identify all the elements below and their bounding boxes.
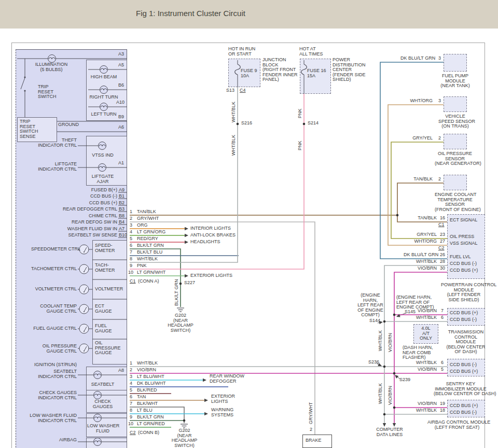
row-fused-b: FUSED B(+) <box>52 188 117 193</box>
pcm-pin28: 28 <box>440 259 445 264</box>
cb-8c: LT BLU <box>137 408 153 413</box>
ca-5: 5 <box>130 236 132 242</box>
pcm-pin16: 16 <box>440 216 445 221</box>
tcm-label: TRANSMISSION CONTROL MODULE (BELOW CENTE… <box>445 330 487 355</box>
pin-a6: A6 <box>118 125 124 130</box>
illumination-label: ILLUMINATION (5 BULBS) <box>31 62 72 72</box>
liftgate-ctrl-label: LIFTGATE INDICATOR CTRL <box>31 162 77 172</box>
ca-6: 6 <box>130 243 132 248</box>
ect-gauge-label: ECT GAUGE <box>95 304 112 314</box>
pcm-c1: C1 <box>438 222 445 228</box>
pcm-pin23: 23 <box>440 232 445 237</box>
s144-label: S144 <box>369 318 380 324</box>
check-ctrl-label: CHECK GAUGES INDICATOR CTRL <box>31 390 77 400</box>
whtblk-v1: WHT/BLK <box>231 102 237 122</box>
pcm-pin26: 26 <box>440 253 445 258</box>
pin-b9: B9 <box>118 115 124 120</box>
ca-8: 8 <box>130 257 132 262</box>
ink-line <box>21 78 25 89</box>
ca-2c: GRY/WHT <box>137 216 159 221</box>
tcm-pin6-color: WHT/BLK <box>405 315 437 320</box>
skim-label: SENTRY KEY IMMOBILIZER MODULE (BELOW CEN… <box>434 382 488 397</box>
acm-label: AIRBAG CONTROL MODULE (LEFT FRONT SEAT) <box>427 420 487 430</box>
ca-7: 7 <box>130 250 132 255</box>
fuse-icon <box>235 64 241 75</box>
splice-dot <box>393 407 396 409</box>
splice-dot <box>383 366 386 368</box>
fuse16-label: FUSE 16 15A <box>307 68 326 78</box>
gauge-icon <box>79 245 89 254</box>
pcm-ccd-plus: CCD BUS (+) <box>450 268 478 273</box>
computer-data-lines-label: COMPUTER DATA LINES <box>372 427 407 437</box>
c2-label: C2 <box>130 430 136 436</box>
c4-label: C4 <box>240 88 246 93</box>
g202a-label: G202 (NEAR HEADLAMP SWITCH) <box>161 313 200 333</box>
s216-label: S216 <box>241 121 252 126</box>
hot-all-label: HOT AT ALL TIMES <box>299 47 323 57</box>
skim-pin6: 6 <box>441 360 444 366</box>
pcm-ect-signal: ECT SIGNAL <box>450 218 477 223</box>
washer-ctrl-label: LOW WASHER FLUID INDICATOR CTRL <box>29 413 77 423</box>
wire-tanblk <box>130 215 447 222</box>
pin-a3: A3 <box>118 52 124 57</box>
cb-6c: TAN <box>137 395 146 400</box>
pcm-pin23-color: GRY/YEL <box>405 232 437 237</box>
cb-3c: LT BLU/WHT <box>137 374 164 380</box>
ca-10c: LT GRN/WHT <box>137 270 165 275</box>
fuel-pump-label: FUEL PUMP MODULE (NEAR TANK) <box>438 74 472 89</box>
arrowhead-icon <box>204 412 208 415</box>
dash-harn-label: (DASH HARN, NEAR COMB FLASHER) <box>403 345 433 360</box>
c1-label: C1 <box>130 279 136 284</box>
volt-ctrl-label: VOLTMETER CTRL <box>31 287 77 292</box>
wire-whtblk <box>384 265 447 423</box>
c2-name: (CONN B) <box>138 430 159 436</box>
at-only-label: 4.0L A/T ONLY <box>413 326 438 341</box>
pdc-label: POWER DISTRIBUTION CENTER (FENDER SIDE S… <box>333 58 366 82</box>
s214-label: S214 <box>308 121 319 126</box>
oil-pin: 2 <box>438 136 441 141</box>
ect-ctrl-label: COOLANT TEMP GAUGE CTRL <box>31 304 77 314</box>
vss-pin: 3 <box>438 99 441 104</box>
pin-a10: A10 <box>116 100 125 105</box>
oil-ctrl-label: OIL PRESSURE GAUGE CTRL <box>31 344 77 354</box>
row-ccd-minus: CCD BUS (-) <box>52 194 117 199</box>
brake-pin: 2 <box>310 427 312 432</box>
gauge-pivot-icon <box>84 271 85 272</box>
cb-5: 5 <box>130 388 132 393</box>
seatbelt-label: SEATBELT <box>87 382 118 387</box>
vss-wire-label: WHT/ORG <box>400 99 433 104</box>
pcm-c2: C2 <box>438 246 445 251</box>
row-rear-defogger: REAR DEFOGGER CTRL <box>52 207 117 212</box>
ca-9: 9 <box>130 263 132 269</box>
arrowhead-icon <box>383 423 386 427</box>
arrowhead-icon <box>204 399 208 402</box>
cb-5c: BLK/RED <box>137 388 157 393</box>
pin-b2: B2 <box>119 201 125 206</box>
s236-label: S236 <box>368 360 379 365</box>
ca-3: 3 <box>130 223 132 228</box>
ca-1: 1 <box>130 209 132 215</box>
row-chime: CHIME CTRL <box>52 214 117 219</box>
ground-label: GROUND <box>58 122 79 128</box>
arrowhead-icon <box>185 241 188 244</box>
oil-gauge-label: OIL PRESSURE GAUGE <box>95 341 121 356</box>
grywht-v: GRY/WHT <box>309 402 314 424</box>
volt-label: VOLTMETER <box>95 287 123 292</box>
cb-3: 3 <box>130 374 132 380</box>
gauge-pivot-icon <box>84 351 85 352</box>
splice-dot <box>237 123 239 125</box>
tcm-ccd-plus: CCD BUS (+) <box>450 311 478 316</box>
fuel-gauge-label: FUEL GAUGE <box>95 324 112 333</box>
row-ccd-plus: CCD BUS (+) <box>52 201 117 206</box>
pcm-pin27: 27 <box>440 239 445 244</box>
gauge-icon <box>79 344 89 353</box>
ect-wire-label: TAN/BLK <box>400 177 433 182</box>
whtblk-v3: WHT/BLK <box>378 330 383 351</box>
left-turn-label: LEFT TURN <box>87 112 120 117</box>
g202b-label: G202 (NEAR HEADLAMP SWITCH) <box>165 428 204 448</box>
s239-label: S239 <box>399 377 410 383</box>
arrowhead-icon <box>185 227 188 230</box>
exterior-lights-a-label: EXTERIOR LIGHTS <box>190 273 232 278</box>
interior-lights-label: INTERIOR LIGHTS <box>190 226 231 231</box>
row-seatbelt-sw: SEATBELT SW SENSE <box>52 233 117 238</box>
